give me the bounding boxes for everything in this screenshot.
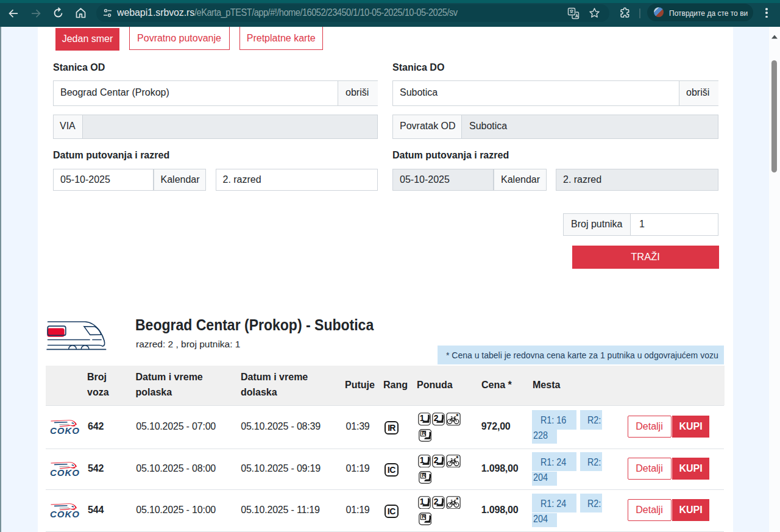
svg-text:R: R <box>422 514 426 520</box>
svg-text:R: R <box>422 431 426 437</box>
svg-text:R: R <box>422 473 426 479</box>
svg-text:COKO: COKO <box>50 426 80 436</box>
svg-text:COKO: COKO <box>50 468 80 478</box>
svg-text:COKO: COKO <box>50 509 80 520</box>
